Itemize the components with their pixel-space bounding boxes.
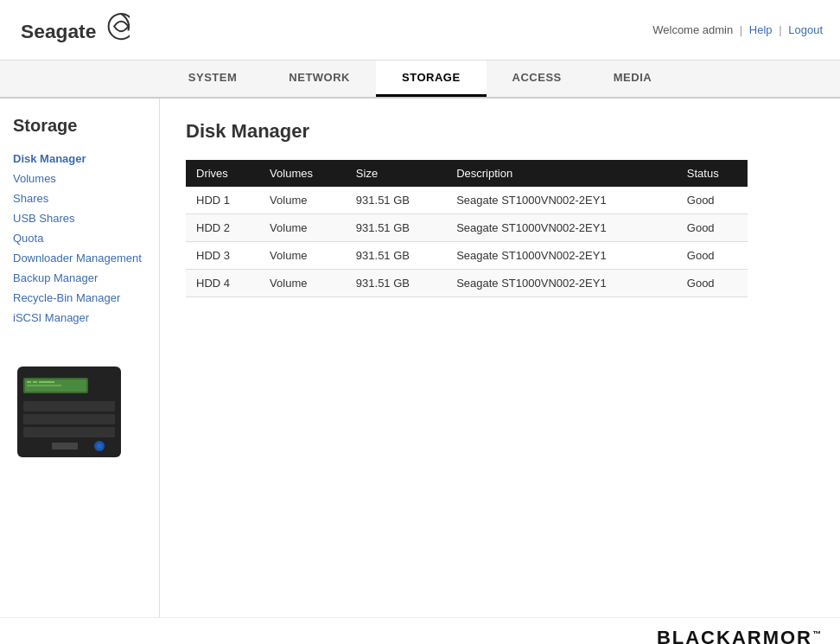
svg-rect-10 [23,414,115,424]
logo: Seagate [17,9,130,52]
svg-rect-12 [52,443,78,450]
welcome-text: Welcome admin [652,23,733,36]
cell-volume: Volume [259,270,346,297]
table-row: HDD 1Volume931.51 GBSeagate ST1000VN002-… [186,187,748,214]
cell-size: 931.51 GB [346,187,446,214]
sidebar-link-disk-manager[interactable]: Disk Manager [13,149,146,169]
cell-size: 931.51 GB [346,214,446,242]
cell-drive: HDD 2 [186,214,259,242]
page-title: Disk Manager [186,120,814,143]
svg-rect-11 [23,427,115,437]
cell-drive: HDD 3 [186,242,259,270]
cell-drive: HDD 1 [186,187,259,214]
logout-link[interactable]: Logout [788,23,823,36]
cell-description: Seagate ST1000VN002-2EY1 [446,242,677,270]
sidebar-link-recycle-bin-manager[interactable]: Recycle-Bin Manager [13,288,146,308]
col-volumes: Volumes [259,160,346,187]
col-status: Status [677,160,748,187]
header: Seagate Welcome admin | Help | Logout [0,0,840,61]
svg-rect-6 [33,381,37,383]
cell-volume: Volume [259,187,346,214]
brand-blackarmor: BLACKARMOR™ [657,627,823,644]
sidebar-link-shares[interactable]: Shares [13,188,146,208]
svg-rect-8 [27,385,61,386]
nav-access[interactable]: ACCESS [487,61,588,97]
cell-drive: HDD 4 [186,270,259,297]
cell-status: Good [677,270,748,297]
svg-text:Seagate: Seagate [21,19,96,41]
table-row: HDD 4Volume931.51 GBSeagate ST1000VN002-… [186,270,748,297]
svg-rect-5 [27,381,31,383]
col-drives: Drives [186,160,259,187]
col-description: Description [446,160,677,187]
seagate-logo: Seagate [17,9,130,52]
footer: BLACKARMOR™ [0,617,840,644]
table-row: HDD 2Volume931.51 GBSeagate ST1000VN002-… [186,214,748,242]
cell-status: Good [677,187,748,214]
separator-1: | [740,23,742,36]
cell-size: 931.51 GB [346,270,446,297]
col-size: Size [346,160,446,187]
sidebar-title: Storage [13,116,146,136]
svg-rect-7 [39,381,54,383]
nas-device-image [13,362,125,462]
help-link[interactable]: Help [749,23,773,36]
svg-rect-9 [23,401,115,411]
cell-description: Seagate ST1000VN002-2EY1 [446,214,677,242]
disk-manager-table: Drives Volumes Size Description Status H… [186,160,748,297]
sidebar-link-quota[interactable]: Quota [13,228,146,248]
sidebar-link-backup-manager[interactable]: Backup Manager [13,268,146,288]
nav-network[interactable]: NETWORK [263,61,376,97]
sidebar-link-volumes[interactable]: Volumes [13,169,146,188]
cell-volume: Volume [259,214,346,242]
cell-volume: Volume [259,242,346,270]
disk-table-body: HDD 1Volume931.51 GBSeagate ST1000VN002-… [186,187,748,297]
main-content: Disk Manager Drives Volumes Size Descrip… [160,99,840,617]
table-header-row: Drives Volumes Size Description Status [186,160,748,187]
cell-status: Good [677,214,748,242]
device-image-container [13,362,146,464]
cell-size: 931.51 GB [346,242,446,270]
layout: Storage Disk ManagerVolumesSharesUSB Sha… [0,99,840,617]
sidebar-link-iscsi-manager[interactable]: iSCSI Manager [13,308,146,328]
separator-2: | [779,23,781,36]
cell-description: Seagate ST1000VN002-2EY1 [446,187,677,214]
main-nav: SYSTEM NETWORK STORAGE ACCESS MEDIA [0,61,840,99]
svg-point-14 [97,443,102,449]
nav-system[interactable]: SYSTEM [162,61,263,97]
nav-media[interactable]: MEDIA [588,61,678,97]
table-row: HDD 3Volume931.51 GBSeagate ST1000VN002-… [186,242,748,270]
brand-label: BLACKARMOR [657,627,812,644]
sidebar-link-downloader-management[interactable]: Downloader Management [13,248,146,268]
cell-status: Good [677,242,748,270]
trademark: ™ [812,629,823,639]
header-right: Welcome admin | Help | Logout [652,23,823,36]
sidebar-link-usb-shares[interactable]: USB Shares [13,208,146,228]
cell-description: Seagate ST1000VN002-2EY1 [446,270,677,297]
sidebar: Storage Disk ManagerVolumesSharesUSB Sha… [0,99,160,617]
sidebar-links: Disk ManagerVolumesSharesUSB SharesQuota… [13,149,146,328]
nav-storage[interactable]: STORAGE [376,61,487,97]
